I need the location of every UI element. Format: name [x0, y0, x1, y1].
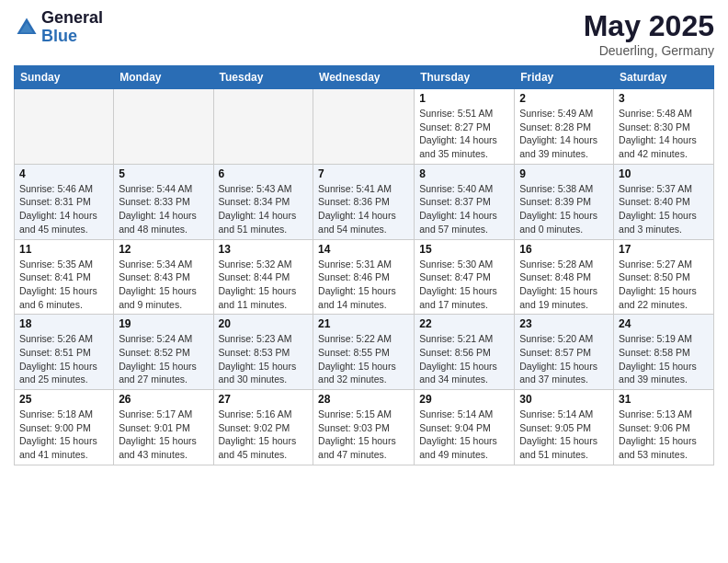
- day-number: 21: [318, 317, 409, 330]
- calendar-week-row: 18Sunrise: 5:26 AM Sunset: 8:51 PM Dayli…: [15, 315, 714, 390]
- calendar-cell: 15Sunrise: 5:30 AM Sunset: 8:47 PM Dayli…: [415, 239, 515, 315]
- month-year: May 2025: [584, 9, 714, 43]
- calendar-cell: 4Sunrise: 5:46 AM Sunset: 8:31 PM Daylig…: [15, 164, 114, 239]
- day-info: Sunrise: 5:28 AM Sunset: 8:48 PM Dayligh…: [519, 258, 609, 312]
- day-number: 1: [419, 92, 509, 105]
- day-info: Sunrise: 5:15 AM Sunset: 9:03 PM Dayligh…: [318, 408, 409, 462]
- day-info: Sunrise: 5:34 AM Sunset: 8:43 PM Dayligh…: [119, 258, 208, 312]
- calendar-cell: 30Sunrise: 5:14 AM Sunset: 9:05 PM Dayli…: [515, 390, 614, 465]
- calendar-cell: 8Sunrise: 5:40 AM Sunset: 8:37 PM Daylig…: [415, 164, 515, 239]
- day-info: Sunrise: 5:46 AM Sunset: 8:31 PM Dayligh…: [19, 182, 108, 236]
- day-info: Sunrise: 5:49 AM Sunset: 8:28 PM Dayligh…: [519, 107, 609, 161]
- calendar-cell: 10Sunrise: 5:37 AM Sunset: 8:40 PM Dayli…: [614, 164, 714, 239]
- day-number: 9: [519, 167, 609, 180]
- day-info: Sunrise: 5:22 AM Sunset: 8:55 PM Dayligh…: [318, 332, 409, 386]
- calendar-cell: 20Sunrise: 5:23 AM Sunset: 8:53 PM Dayli…: [213, 315, 313, 390]
- calendar-cell: 11Sunrise: 5:35 AM Sunset: 8:41 PM Dayli…: [15, 239, 114, 315]
- calendar-cell: 21Sunrise: 5:22 AM Sunset: 8:55 PM Dayli…: [313, 315, 415, 390]
- day-info: Sunrise: 5:14 AM Sunset: 9:05 PM Dayligh…: [519, 408, 609, 462]
- day-info: Sunrise: 5:38 AM Sunset: 8:39 PM Dayligh…: [519, 182, 609, 236]
- calendar-cell: 12Sunrise: 5:34 AM Sunset: 8:43 PM Dayli…: [114, 239, 213, 315]
- day-number: 29: [419, 393, 509, 406]
- day-number: 27: [219, 393, 309, 406]
- day-info: Sunrise: 5:51 AM Sunset: 8:27 PM Dayligh…: [419, 107, 509, 161]
- calendar-header-saturday: Saturday: [614, 66, 714, 89]
- calendar-header-friday: Friday: [515, 66, 614, 89]
- day-number: 5: [119, 167, 208, 180]
- day-number: 7: [318, 167, 409, 180]
- day-info: Sunrise: 5:35 AM Sunset: 8:41 PM Dayligh…: [19, 258, 108, 312]
- day-number: 12: [119, 243, 208, 256]
- day-number: 15: [419, 243, 509, 256]
- calendar-cell: 16Sunrise: 5:28 AM Sunset: 8:48 PM Dayli…: [515, 239, 614, 315]
- day-info: Sunrise: 5:41 AM Sunset: 8:36 PM Dayligh…: [318, 182, 409, 236]
- calendar-cell: 13Sunrise: 5:32 AM Sunset: 8:44 PM Dayli…: [213, 239, 313, 315]
- day-info: Sunrise: 5:30 AM Sunset: 8:47 PM Dayligh…: [419, 258, 509, 312]
- day-number: 24: [619, 317, 709, 330]
- calendar-header-tuesday: Tuesday: [213, 66, 313, 89]
- calendar-week-row: 25Sunrise: 5:18 AM Sunset: 9:00 PM Dayli…: [15, 390, 714, 465]
- day-info: Sunrise: 5:31 AM Sunset: 8:46 PM Dayligh…: [318, 258, 409, 312]
- day-number: 25: [19, 393, 108, 406]
- day-number: 6: [219, 167, 309, 180]
- day-number: 18: [19, 317, 108, 330]
- day-number: 19: [119, 317, 208, 330]
- day-number: 3: [619, 92, 709, 105]
- calendar-cell: 26Sunrise: 5:17 AM Sunset: 9:01 PM Dayli…: [114, 390, 213, 465]
- calendar-cell: 22Sunrise: 5:21 AM Sunset: 8:56 PM Dayli…: [415, 315, 515, 390]
- calendar-cell: 31Sunrise: 5:13 AM Sunset: 9:06 PM Dayli…: [614, 390, 714, 465]
- calendar-cell: 18Sunrise: 5:26 AM Sunset: 8:51 PM Dayli…: [15, 315, 114, 390]
- calendar-week-row: 1Sunrise: 5:51 AM Sunset: 8:27 PM Daylig…: [15, 89, 714, 165]
- day-number: 16: [519, 243, 609, 256]
- day-info: Sunrise: 5:27 AM Sunset: 8:50 PM Dayligh…: [619, 258, 709, 312]
- logo-line2: Blue: [41, 27, 77, 45]
- day-number: 17: [619, 243, 709, 256]
- calendar-cell: 28Sunrise: 5:15 AM Sunset: 9:03 PM Dayli…: [313, 390, 415, 465]
- day-number: 8: [419, 167, 509, 180]
- calendar-cell: 3Sunrise: 5:48 AM Sunset: 8:30 PM Daylig…: [614, 89, 714, 165]
- day-info: Sunrise: 5:32 AM Sunset: 8:44 PM Dayligh…: [219, 258, 309, 312]
- day-number: 26: [119, 393, 208, 406]
- calendar-cell: 1Sunrise: 5:51 AM Sunset: 8:27 PM Daylig…: [415, 89, 515, 165]
- day-info: Sunrise: 5:19 AM Sunset: 8:58 PM Dayligh…: [619, 332, 709, 386]
- day-number: 30: [519, 393, 609, 406]
- calendar-cell: [213, 89, 313, 165]
- day-info: Sunrise: 5:17 AM Sunset: 9:01 PM Dayligh…: [119, 408, 208, 462]
- calendar-cell: [114, 89, 213, 165]
- calendar-cell: 25Sunrise: 5:18 AM Sunset: 9:00 PM Dayli…: [15, 390, 114, 465]
- calendar-header-wednesday: Wednesday: [313, 66, 415, 89]
- day-number: 31: [619, 393, 709, 406]
- day-info: Sunrise: 5:20 AM Sunset: 8:57 PM Dayligh…: [519, 332, 609, 386]
- calendar-cell: 7Sunrise: 5:41 AM Sunset: 8:36 PM Daylig…: [313, 164, 415, 239]
- day-number: 10: [619, 167, 709, 180]
- day-info: Sunrise: 5:18 AM Sunset: 9:00 PM Dayligh…: [19, 408, 108, 462]
- calendar-week-row: 11Sunrise: 5:35 AM Sunset: 8:41 PM Dayli…: [15, 239, 714, 315]
- page: General Blue May 2025 Deuerling, Germany…: [0, 0, 728, 563]
- logo-line1: General: [41, 9, 103, 28]
- logo: General Blue: [14, 9, 103, 46]
- day-info: Sunrise: 5:21 AM Sunset: 8:56 PM Dayligh…: [419, 332, 509, 386]
- calendar-cell: 6Sunrise: 5:43 AM Sunset: 8:34 PM Daylig…: [213, 164, 313, 239]
- day-number: 11: [19, 243, 108, 256]
- day-number: 23: [519, 317, 609, 330]
- day-info: Sunrise: 5:37 AM Sunset: 8:40 PM Dayligh…: [619, 182, 709, 236]
- calendar-cell: 9Sunrise: 5:38 AM Sunset: 8:39 PM Daylig…: [515, 164, 614, 239]
- day-info: Sunrise: 5:24 AM Sunset: 8:52 PM Dayligh…: [119, 332, 208, 386]
- day-info: Sunrise: 5:40 AM Sunset: 8:37 PM Dayligh…: [419, 182, 509, 236]
- logo-text: General Blue: [41, 9, 103, 46]
- calendar-header-sunday: Sunday: [15, 66, 114, 89]
- day-info: Sunrise: 5:26 AM Sunset: 8:51 PM Dayligh…: [19, 332, 108, 386]
- day-number: 28: [318, 393, 409, 406]
- calendar-cell: 27Sunrise: 5:16 AM Sunset: 9:02 PM Dayli…: [213, 390, 313, 465]
- day-info: Sunrise: 5:16 AM Sunset: 9:02 PM Dayligh…: [219, 408, 309, 462]
- day-info: Sunrise: 5:23 AM Sunset: 8:53 PM Dayligh…: [219, 332, 309, 386]
- calendar-header-monday: Monday: [114, 66, 213, 89]
- day-number: 13: [219, 243, 309, 256]
- calendar-cell: 19Sunrise: 5:24 AM Sunset: 8:52 PM Dayli…: [114, 315, 213, 390]
- calendar-header-thursday: Thursday: [415, 66, 515, 89]
- day-info: Sunrise: 5:48 AM Sunset: 8:30 PM Dayligh…: [619, 107, 709, 161]
- calendar-cell: 5Sunrise: 5:44 AM Sunset: 8:33 PM Daylig…: [114, 164, 213, 239]
- calendar-cell: [15, 89, 114, 165]
- day-info: Sunrise: 5:44 AM Sunset: 8:33 PM Dayligh…: [119, 182, 208, 236]
- day-number: 2: [519, 92, 609, 105]
